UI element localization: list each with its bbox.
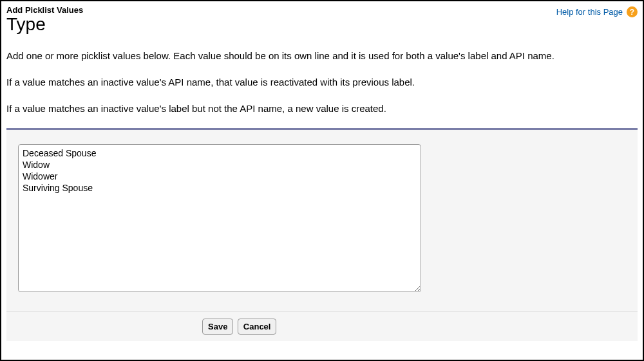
page-container: Add Picklist Values Type Help for this P… [0, 0, 644, 361]
save-button[interactable]: Save [202, 319, 233, 335]
cancel-button[interactable]: Cancel [238, 319, 277, 335]
instruction-line-2: If a value matches an inactive value's A… [6, 75, 638, 89]
button-row: Save Cancel [6, 311, 638, 341]
instructions-block: Add one or more picklist values below. E… [6, 49, 638, 115]
help-link-container: Help for this Page ? [556, 6, 638, 17]
help-link[interactable]: Help for this Page [556, 7, 623, 17]
header-row: Add Picklist Values Type Help for this P… [6, 5, 638, 35]
page-title: Type [6, 15, 83, 35]
instruction-line-1: Add one or more picklist values below. E… [6, 49, 638, 62]
form-section [6, 128, 638, 311]
help-icon[interactable]: ? [627, 6, 638, 17]
page-subtitle: Add Picklist Values [6, 5, 83, 15]
picklist-values-textarea[interactable] [18, 144, 421, 292]
instruction-line-3: If a value matches an inactive value's l… [6, 102, 638, 115]
header-left: Add Picklist Values Type [6, 5, 83, 35]
